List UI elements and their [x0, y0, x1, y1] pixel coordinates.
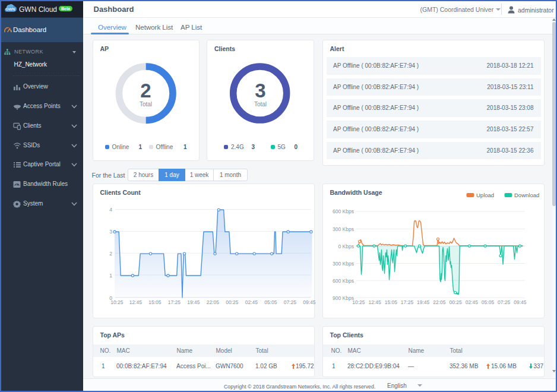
svg-text:Upload: Upload: [476, 192, 494, 198]
svg-text:12:45: 12:45: [129, 299, 142, 305]
svg-text:02:45: 02:45: [245, 299, 258, 305]
svg-text:4: 4: [109, 207, 112, 213]
svg-text:00:25: 00:25: [449, 299, 462, 305]
svg-text:1: 1: [109, 272, 112, 278]
svg-text:05:05: 05:05: [264, 299, 277, 305]
svg-text:0 Kbps: 0 Kbps: [338, 243, 353, 249]
svg-text:300 Kbps: 300 Kbps: [333, 261, 354, 267]
svg-text:17:25: 17:25: [167, 299, 181, 305]
svg-text:12:45: 12:45: [368, 299, 381, 305]
svg-text:00:25: 00:25: [226, 299, 239, 305]
svg-text:19:45: 19:45: [187, 299, 200, 305]
svg-text:22:05: 22:05: [433, 299, 446, 305]
svg-text:15:05: 15:05: [384, 299, 397, 305]
svg-text:GWN: GWN: [6, 7, 15, 11]
svg-text:15:05: 15:05: [148, 299, 162, 305]
svg-text:22:05: 22:05: [206, 299, 219, 305]
svg-text:10:25: 10:25: [110, 299, 124, 305]
svg-text:05:05: 05:05: [481, 299, 494, 305]
svg-text:07:25: 07:25: [498, 299, 511, 305]
svg-text:02:45: 02:45: [465, 299, 478, 305]
svg-text:10:25: 10:25: [352, 299, 365, 305]
svg-text:600 Kbps: 600 Kbps: [333, 208, 354, 214]
svg-text:09:45: 09:45: [514, 299, 527, 305]
svg-text:07:25: 07:25: [283, 299, 296, 305]
svg-text:Download: Download: [514, 192, 539, 198]
svg-text:3: 3: [109, 229, 112, 235]
svg-text:900 Kbps: 900 Kbps: [333, 295, 354, 301]
svg-text:600 Kbps: 600 Kbps: [333, 277, 354, 283]
svg-text:2: 2: [109, 251, 112, 257]
svg-text:09:45: 09:45: [303, 299, 316, 305]
svg-text:19:45: 19:45: [417, 299, 430, 305]
svg-text:17:25: 17:25: [400, 299, 413, 305]
svg-text:300 Kbps: 300 Kbps: [333, 226, 354, 232]
